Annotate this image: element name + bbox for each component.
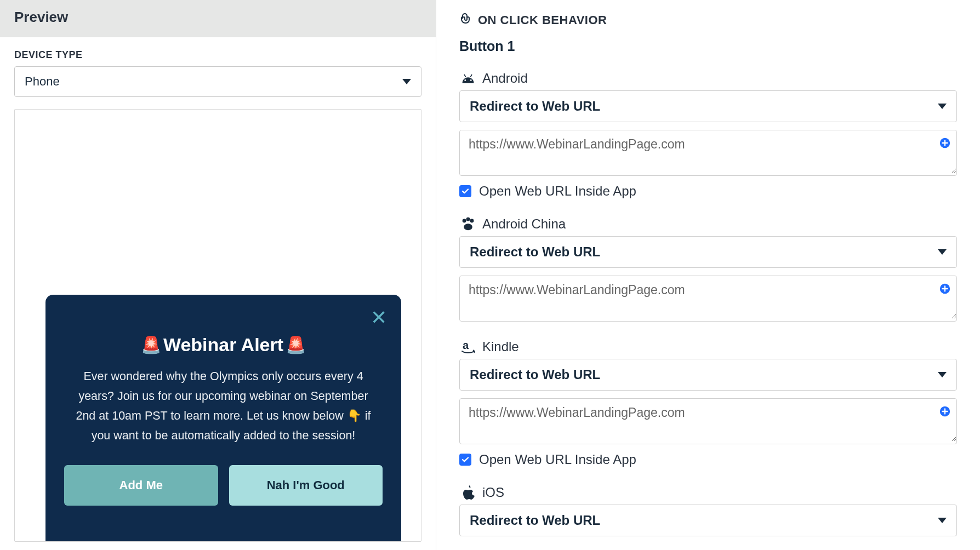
close-icon[interactable]: ✕ [371, 308, 387, 328]
modal-title-text: Webinar Alert [163, 334, 283, 356]
svg-line-2 [464, 75, 466, 77]
svg-point-0 [464, 79, 466, 81]
siren-icon: 🚨 [286, 335, 306, 354]
modal-body-text: Ever wondered why the Olympics only occu… [64, 366, 383, 445]
android-url-input[interactable] [460, 130, 956, 173]
ios-action-value: Redirect to Web URL [470, 513, 600, 528]
platform-kindle-group: a Kindle Redirect to Web URL Open Web UR… [459, 339, 957, 467]
platform-android-label: Android [482, 71, 528, 86]
kindle-url-input[interactable] [460, 399, 956, 442]
android-open-inside-checkbox[interactable] [459, 185, 471, 197]
section-label: ON CLICK BEHAVIOR [478, 13, 607, 27]
android-china-url-input[interactable] [460, 276, 956, 319]
svg-point-6 [466, 217, 470, 221]
device-type-label: DEVICE TYPE [14, 49, 421, 61]
apple-icon [459, 485, 477, 500]
platform-kindle-label: Kindle [482, 339, 519, 354]
android-action-select[interactable]: Redirect to Web URL [459, 90, 957, 122]
pointer-icon [459, 12, 472, 28]
platform-ios-group: iOS Redirect to Web URL [459, 485, 957, 536]
svg-point-5 [463, 219, 466, 222]
device-type-value: Phone [25, 75, 60, 89]
chevron-down-icon [938, 249, 947, 255]
kindle-open-inside-label: Open Web URL Inside App [479, 452, 636, 467]
svg-text:a: a [463, 339, 469, 351]
device-type-select[interactable]: Phone [14, 66, 421, 97]
preview-canvas: ✕ 🚨 Webinar Alert 🚨 Ever wondered why th… [14, 109, 421, 542]
add-variable-button[interactable] [939, 283, 951, 295]
android-icon [459, 73, 477, 83]
modal-secondary-button[interactable]: Nah I'm Good [229, 465, 383, 506]
svg-point-8 [464, 224, 472, 230]
amazon-icon: a [459, 339, 477, 354]
preview-modal: ✕ 🚨 Webinar Alert 🚨 Ever wondered why th… [45, 295, 401, 541]
settings-pane: ON CLICK BEHAVIOR Button 1 Android Redir… [436, 0, 980, 550]
kindle-action-value: Redirect to Web URL [470, 367, 600, 382]
platform-android-china-label: Android China [482, 216, 566, 232]
svg-line-3 [470, 75, 472, 77]
add-variable-button[interactable] [939, 137, 951, 149]
ios-action-select[interactable]: Redirect to Web URL [459, 505, 957, 536]
add-variable-button[interactable] [939, 405, 951, 417]
chevron-down-icon [938, 518, 947, 523]
paw-icon [459, 217, 477, 231]
android-china-action-select[interactable]: Redirect to Web URL [459, 236, 957, 268]
button-name-label: Button 1 [459, 38, 957, 54]
svg-point-1 [470, 79, 472, 81]
chevron-down-icon [938, 372, 947, 377]
chevron-down-icon [938, 104, 947, 109]
siren-icon: 🚨 [141, 335, 161, 354]
svg-point-7 [470, 219, 474, 222]
platform-android-group: Android Redirect to Web URL Open Web URL… [459, 71, 957, 199]
android-china-action-value: Redirect to Web URL [470, 244, 600, 260]
kindle-open-inside-checkbox[interactable] [459, 454, 471, 466]
chevron-down-icon [402, 79, 411, 84]
preview-pane: Preview DEVICE TYPE Phone ✕ 🚨 Webinar Al… [0, 0, 436, 550]
android-action-value: Redirect to Web URL [470, 99, 600, 114]
platform-ios-label: iOS [482, 485, 504, 500]
modal-primary-button[interactable]: Add Me [64, 465, 218, 506]
platform-android-china-group: Android China Redirect to Web URL [459, 216, 957, 322]
kindle-action-select[interactable]: Redirect to Web URL [459, 359, 957, 391]
preview-title: Preview [0, 0, 436, 37]
android-open-inside-label: Open Web URL Inside App [479, 184, 636, 199]
